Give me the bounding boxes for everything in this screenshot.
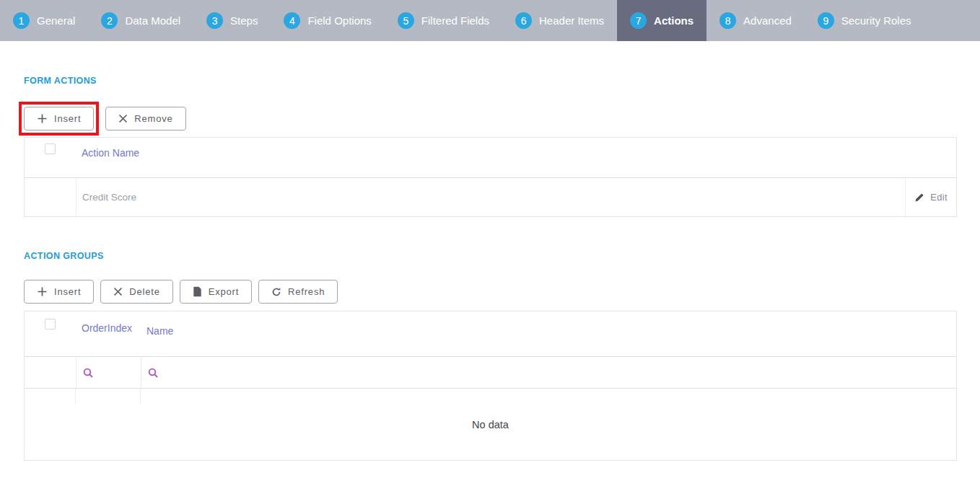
wizard-tab-bar: 1 General 2 Data Model 3 Steps 4 Field O… [0,0,980,41]
tab-number-badge: 4 [284,12,300,29]
column-divider [140,389,141,404]
tab-label: Header Items [539,14,604,27]
file-icon [193,286,202,297]
filter-input-orderindex[interactable] [76,357,141,388]
action-groups-delete-button[interactable]: Delete [100,280,172,304]
tab-number-badge: 5 [398,12,414,29]
tab-label: Steps [230,14,258,27]
tab-label: Field Options [307,14,371,27]
form-actions-table: Action Name Credit Score Edit [24,137,957,217]
action-groups-export-label: Export [209,286,239,297]
form-actions-remove-label: Remove [134,113,172,124]
action-groups-export-button[interactable]: Export [180,280,252,304]
tab-number-badge: 8 [719,12,736,29]
action-groups-insert-label: Insert [54,286,81,297]
header-checkbox-cell [25,138,76,177]
tab-filtered-fields[interactable]: 5 Filtered Fields [385,0,502,41]
annotation-highlight-box: Insert [19,102,99,136]
column-header-action-name[interactable]: Action Name [76,138,139,177]
tab-number-badge: 7 [630,12,647,29]
search-icon [148,368,158,378]
column-header-name[interactable]: Name [141,311,173,356]
row-checkbox-cell [25,178,76,216]
actions-panel: FORM ACTIONS Insert Remove Action Name C… [0,76,980,461]
tab-security-roles[interactable]: 9 Security Roles [805,0,924,41]
tab-label: Actions [654,14,694,27]
action-groups-delete-label: Delete [129,286,159,297]
tab-label: General [37,14,75,27]
form-actions-toolbar: Insert Remove [24,102,957,136]
action-groups-refresh-button[interactable]: Refresh [258,280,338,304]
edit-button[interactable]: Edit [905,178,956,216]
search-icon [83,368,93,378]
edit-button-label: Edit [930,192,948,203]
form-actions-insert-button[interactable]: Insert [24,107,94,131]
action-groups-heading: ACTION GROUPS [24,251,957,261]
tab-label: Advanced [743,14,792,27]
tab-header-items[interactable]: 6 Header Items [502,0,617,41]
refresh-icon [271,287,281,297]
table-row[interactable]: Credit Score Edit [25,178,956,216]
action-groups-table: OrderIndex Name No data [24,311,957,461]
filter-row [25,357,956,389]
tab-number-badge: 1 [13,12,30,29]
tab-data-model[interactable]: 2 Data Model [88,0,193,41]
tab-number-badge: 6 [515,12,532,29]
filter-checkbox-cell [25,357,76,388]
select-all-checkbox[interactable] [45,319,56,330]
tab-number-badge: 3 [206,12,223,29]
action-groups-refresh-label: Refresh [288,286,325,297]
form-actions-heading: FORM ACTIONS [24,76,957,86]
no-data-message: No data [472,419,509,430]
header-checkbox-cell [25,311,76,356]
column-divider [75,389,76,404]
column-header-orderindex[interactable]: OrderIndex [76,311,141,356]
tab-label: Filtered Fields [421,14,489,27]
plus-icon [37,286,48,297]
filter-input-name[interactable] [141,357,956,388]
x-icon [113,287,123,296]
tab-advanced[interactable]: 8 Advanced [706,0,805,41]
empty-data-area: No data [25,389,956,460]
pencil-icon [914,193,924,203]
action-groups-table-header: OrderIndex Name [25,311,956,357]
form-actions-insert-label: Insert [54,113,81,124]
tab-number-badge: 2 [101,12,118,29]
tab-general[interactable]: 1 General [0,0,88,41]
tab-number-badge: 9 [818,12,834,29]
tab-label: Data Model [125,14,180,27]
action-name-cell: Credit Score [76,178,905,216]
select-all-checkbox[interactable] [45,143,56,154]
action-groups-toolbar: Insert Delete Export Refresh [24,280,957,304]
tab-actions[interactable]: 7 Actions [617,0,706,41]
tab-steps[interactable]: 3 Steps [193,0,271,41]
form-actions-remove-button[interactable]: Remove [105,107,185,131]
tab-field-options[interactable]: 4 Field Options [271,0,384,41]
form-actions-table-header: Action Name [25,138,956,178]
plus-icon [37,113,48,124]
x-icon [118,114,128,123]
action-groups-insert-button[interactable]: Insert [24,280,94,304]
tab-label: Security Roles [841,14,911,27]
